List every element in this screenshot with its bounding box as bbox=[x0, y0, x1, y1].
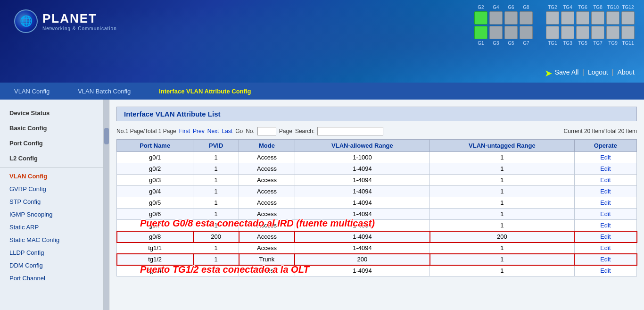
cell-edit[interactable]: Edit bbox=[574, 220, 636, 231]
sidebar-item-basic-config[interactable]: Basic Config bbox=[0, 122, 103, 134]
port-tg2[interactable] bbox=[546, 11, 559, 25]
cell-mode: Access bbox=[239, 220, 295, 231]
cell-edit[interactable]: Edit bbox=[574, 163, 636, 175]
sidebar-item-stp-config[interactable]: STP Config bbox=[0, 195, 103, 208]
sidebar: Device Status Basic Config Port Config L… bbox=[0, 100, 104, 310]
port-g4[interactable] bbox=[489, 11, 503, 25]
table-row: g0/1 1 Access 1-1000 1 Edit bbox=[117, 152, 637, 163]
cell-mode: Access bbox=[239, 265, 295, 276]
col-vlan-untagged: VLAN-untagged Range bbox=[430, 140, 575, 152]
first-page-link[interactable]: First bbox=[179, 128, 190, 134]
port-tg-boxes-top bbox=[546, 11, 635, 25]
logo-brand: PLANET bbox=[42, 11, 117, 26]
cell-edit[interactable]: Edit bbox=[574, 197, 636, 209]
port-label-row-top: G2 G4 G6 G8 TG2 TG4 TG6 TG8 TG10 TG12 bbox=[474, 5, 635, 10]
sidebar-item-port-channel[interactable]: Port Channel bbox=[0, 272, 103, 285]
port-label-row-bottom: G1 G3 G5 G7 TG1 TG3 TG5 TG7 TG9 TG11 bbox=[474, 41, 635, 46]
cell-untagged: 1 bbox=[430, 265, 575, 276]
sidebar-item-vlan-config[interactable]: VLAN Config bbox=[0, 170, 103, 183]
menu-interface-vlan-attr[interactable]: Interface VLAN Attribute Config bbox=[154, 85, 256, 97]
port-g2[interactable] bbox=[474, 11, 487, 25]
cell-edit[interactable]: Edit bbox=[574, 265, 636, 276]
port-label-g7: G7 bbox=[520, 41, 533, 46]
port-g6[interactable] bbox=[504, 11, 518, 25]
port-tg9[interactable] bbox=[606, 26, 619, 39]
table-container: Port Name PVID Mode VLAN-allowed Range V… bbox=[116, 139, 637, 276]
port-tg8[interactable] bbox=[591, 11, 604, 25]
search-input[interactable] bbox=[317, 127, 383, 135]
last-page-link[interactable]: Last bbox=[222, 128, 232, 134]
port-tg11[interactable] bbox=[621, 26, 635, 39]
pagination-bar: No.1 Page/Total 1 Page First Prev Next L… bbox=[116, 127, 637, 135]
port-g-boxes-top bbox=[474, 11, 533, 25]
cell-mode: Access bbox=[239, 175, 295, 186]
cell-port: g0/4 bbox=[117, 186, 193, 197]
port-tg3[interactable] bbox=[561, 26, 574, 39]
logout-link[interactable]: Logout bbox=[588, 68, 608, 76]
port-tg-boxes-bottom bbox=[546, 26, 635, 39]
port-group-g-bottom: G1 G3 G5 G7 bbox=[474, 41, 533, 46]
sidebar-item-igmp-snooping[interactable]: IGMP Snooping bbox=[0, 208, 103, 221]
sidebar-item-ddm-config[interactable]: DDM Config bbox=[0, 259, 103, 272]
port-g3[interactable] bbox=[489, 26, 503, 39]
port-label-tg6: TG6 bbox=[576, 5, 589, 10]
cell-untagged: 1 bbox=[430, 243, 575, 254]
cell-pvid: 200 bbox=[193, 231, 239, 243]
port-label-g6: G6 bbox=[504, 5, 518, 10]
cell-pvid: 1 bbox=[193, 220, 239, 231]
port-g5[interactable] bbox=[504, 26, 518, 39]
menu-vlan-config[interactable]: VLAN Config bbox=[9, 85, 54, 97]
cell-edit[interactable]: Edit bbox=[574, 186, 636, 197]
logo-text: PLANET Networking & Communication bbox=[42, 11, 117, 31]
next-page-link[interactable]: Next bbox=[207, 128, 219, 134]
port-g1[interactable] bbox=[474, 26, 487, 39]
port-label-tg8: TG8 bbox=[591, 5, 604, 10]
port-tg6[interactable] bbox=[576, 11, 589, 25]
sidebar-item-l2-config[interactable]: L2 Config bbox=[0, 152, 103, 165]
cell-untagged: 1 bbox=[430, 186, 575, 197]
prev-page-link[interactable]: Prev bbox=[193, 128, 205, 134]
cell-edit[interactable]: Edit bbox=[574, 231, 636, 243]
cell-pvid: 1 bbox=[193, 254, 239, 265]
menu-vlan-batch-config[interactable]: VLAN Batch Config bbox=[73, 85, 135, 97]
cell-port: tg1/1 bbox=[117, 243, 193, 254]
port-label-g5: G5 bbox=[504, 41, 518, 46]
cell-edit[interactable]: Edit bbox=[574, 152, 636, 163]
port-g8[interactable] bbox=[520, 11, 533, 25]
sidebar-scrollbar[interactable] bbox=[104, 100, 109, 310]
port-tg1[interactable] bbox=[546, 26, 559, 39]
cell-port: g0/7 bbox=[117, 220, 193, 231]
cell-untagged: 1 bbox=[430, 220, 575, 231]
sidebar-item-lldp-config[interactable]: LLDP Config bbox=[0, 246, 103, 259]
about-link[interactable]: About bbox=[617, 68, 635, 76]
port-group-tg-bottom: TG1 TG3 TG5 TG7 TG9 TG11 bbox=[546, 41, 635, 46]
sidebar-item-static-arp[interactable]: Static ARP bbox=[0, 221, 103, 234]
sidebar-item-port-config[interactable]: Port Config bbox=[0, 137, 103, 150]
cell-edit[interactable]: Edit bbox=[574, 254, 636, 265]
cell-untagged: 1 bbox=[430, 197, 575, 209]
top-navigation: ➤ Save All | Logout | About bbox=[545, 67, 635, 78]
sidebar-item-gvrp-config[interactable]: GVRP Config bbox=[0, 183, 103, 195]
cell-port: g0/3 bbox=[117, 175, 193, 186]
sidebar-item-device-status[interactable]: Device Status bbox=[0, 107, 103, 119]
cell-port: tg1/4 bbox=[117, 265, 193, 276]
sidebar-item-static-mac-config[interactable]: Static MAC Config bbox=[0, 234, 103, 246]
page-number-input[interactable] bbox=[257, 127, 276, 135]
port-box-row-top bbox=[474, 11, 635, 25]
port-tg12[interactable] bbox=[621, 11, 635, 25]
col-port-name: Port Name bbox=[117, 140, 193, 152]
cell-edit[interactable]: Edit bbox=[574, 175, 636, 186]
cell-edit[interactable]: Edit bbox=[574, 209, 636, 220]
cell-edit[interactable]: Edit bbox=[574, 243, 636, 254]
port-label-tg4: TG4 bbox=[561, 5, 574, 10]
port-tg7[interactable] bbox=[591, 26, 604, 39]
port-g7[interactable] bbox=[520, 26, 533, 39]
port-tg5[interactable] bbox=[576, 26, 589, 39]
cell-port: g0/6 bbox=[117, 209, 193, 220]
save-all-link[interactable]: Save All bbox=[555, 68, 579, 76]
cell-mode: Access bbox=[239, 163, 295, 175]
cell-allowed: 1-4094 bbox=[295, 175, 429, 186]
port-tg4[interactable] bbox=[561, 11, 574, 25]
port-tg10[interactable] bbox=[606, 11, 619, 25]
separator-2: | bbox=[612, 68, 614, 76]
